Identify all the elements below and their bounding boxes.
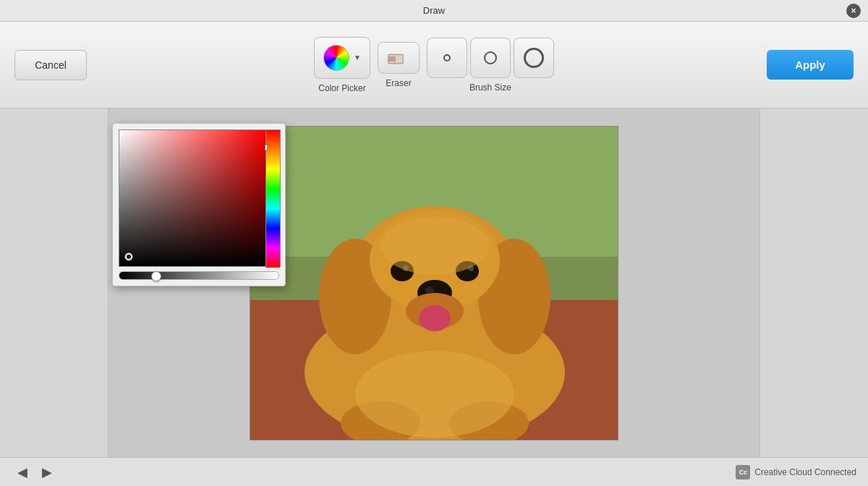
canvas-image[interactable] (250, 126, 618, 440)
color-picker-popup[interactable] (112, 123, 286, 286)
svg-point-18 (419, 305, 451, 331)
brush-size-buttons (427, 38, 554, 78)
eraser-tool[interactable]: Eraser (378, 42, 420, 88)
svg-rect-1 (388, 56, 395, 61)
title-bar: Draw × (0, 0, 868, 22)
bottom-bar: ◀ ▶ Cc Creative Cloud Connected (0, 457, 868, 486)
back-button[interactable]: ◀ (12, 461, 33, 483)
right-sidebar (760, 108, 868, 457)
canvas-container (109, 108, 760, 457)
apply-button[interactable]: Apply (767, 50, 854, 80)
brush-size-small[interactable] (427, 38, 467, 78)
nav-buttons: ◀ ▶ (12, 461, 58, 483)
toolbar-left: Cancel (14, 50, 130, 80)
color-gradient-area[interactable] (119, 129, 281, 267)
brush-size-medium[interactable] (470, 38, 511, 78)
brush-size-group: Brush Size (427, 38, 554, 93)
toolbar-right: Apply (738, 50, 854, 80)
eraser-label: Eraser (386, 78, 411, 88)
cc-label: Creative Cloud Connected (754, 467, 856, 477)
close-button[interactable]: × (846, 4, 861, 18)
cancel-button[interactable]: Cancel (14, 50, 87, 80)
dog-photo (250, 127, 618, 440)
svg-point-19 (380, 217, 489, 275)
saturation-area[interactable] (119, 130, 265, 266)
hue-strip[interactable] (265, 130, 280, 268)
toolbar-center: ▼ Color Picker Eraser (130, 37, 738, 93)
color-picker-label: Color Picker (318, 83, 365, 93)
brush-size-label: Brush Size (469, 82, 511, 93)
cc-branding: Cc Creative Cloud Connected (736, 465, 856, 479)
color-wheel-icon (323, 45, 349, 71)
slider-thumb[interactable] (151, 271, 161, 281)
svg-point-23 (425, 286, 434, 294)
color-slider-row (119, 271, 279, 280)
left-sidebar (0, 108, 109, 457)
picker-cursor[interactable] (125, 253, 132, 260)
color-picker-tool[interactable]: ▼ Color Picker (314, 37, 370, 93)
color-picker-button[interactable]: ▼ (314, 37, 370, 79)
color-slider[interactable] (119, 271, 279, 280)
chevron-down-icon: ▼ (354, 54, 361, 61)
window-title: Draw (423, 5, 445, 16)
brush-medium-icon (484, 51, 497, 64)
brush-large-icon (524, 48, 544, 68)
eraser-button[interactable] (378, 42, 420, 74)
eraser-icon (387, 50, 410, 66)
brush-small-icon (443, 54, 451, 61)
creative-cloud-icon: Cc (736, 465, 750, 479)
toolbar: Cancel ▼ Color Picker Eraser (0, 22, 868, 108)
brush-size-large[interactable] (514, 38, 554, 78)
forward-button[interactable]: ▶ (36, 461, 58, 483)
svg-point-22 (355, 351, 514, 438)
main-content (0, 108, 868, 457)
